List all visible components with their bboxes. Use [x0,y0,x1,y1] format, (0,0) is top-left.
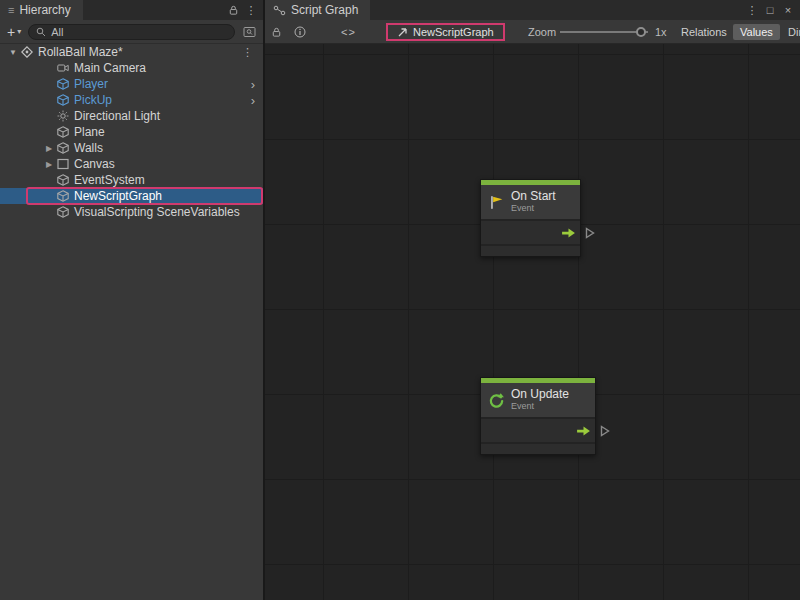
cube-icon [56,206,70,218]
hierarchy-panel: ≡ Hierarchy ⋮ + ▾ All ▼ [0,0,265,600]
hierarchy-item-label: VisualScripting SceneVariables [74,205,240,219]
graph-canvas[interactable]: On Start Event On Upda [265,44,800,600]
camera-icon [56,62,70,74]
graph-tab-strip: Script Graph ⋮ □ × [265,0,800,20]
unity-scene-icon [20,46,34,58]
node-texts: On Update Event [511,388,569,412]
hierarchy-item-label: Player [74,77,108,91]
hierarchy-item-label: Walls [74,141,103,155]
loop-icon [487,391,505,409]
node-header: On Update Event [481,383,595,419]
on-start-node[interactable]: On Start Event [480,179,581,257]
hamburger-icon: ≡ [8,4,14,16]
zoom-slider[interactable] [560,20,648,44]
expand-arrow-icon[interactable]: ▶ [42,144,56,153]
close-icon[interactable]: × [780,2,796,18]
flow-output-arrow-icon[interactable] [561,227,576,238]
light-icon [56,110,70,122]
canvas-icon [56,158,70,170]
hierarchy-item-walls[interactable]: ▶Walls [0,140,263,156]
values-button[interactable]: Values [733,24,780,40]
graph-name-highlight-box[interactable]: NewScriptGraph [386,23,505,41]
hierarchy-tab-strip: ≡ Hierarchy ⋮ [0,0,263,20]
on-update-node[interactable]: On Update Event [480,377,596,455]
scene-name: RollaBall Maze* [38,45,123,59]
graph-lock-icon[interactable] [271,20,282,44]
hierarchy-item-player[interactable]: Player› [0,76,263,92]
node-subtitle: Event [511,203,556,214]
prefab-open-chevron-icon[interactable]: › [251,77,263,92]
zoom-slider-track[interactable] [560,31,648,33]
node-texts: On Start Event [511,190,556,214]
hierarchy-item-plane[interactable]: Plane [0,124,263,140]
tab-script-graph[interactable]: Script Graph [265,0,370,20]
cube-icon [56,190,70,202]
graph-name-label: NewScriptGraph [413,26,494,38]
node-footer [481,444,595,454]
hierarchy-item-label: PickUp [74,93,112,107]
node-title: On Update [511,388,569,401]
cube-icon [56,142,70,154]
hierarchy-item-label: Directional Light [74,109,160,123]
output-port-icon[interactable] [585,227,595,239]
tab-hierarchy-label: Hierarchy [19,3,70,17]
script-graph-panel: Script Graph ⋮ □ × <> NewScriptGraph Zoo… [265,0,800,600]
relations-button[interactable]: Relations [674,24,734,40]
prefab-open-chevron-icon[interactable]: › [251,93,263,108]
maximize-icon[interactable]: □ [762,2,778,18]
hierarchy-item-eventsystem[interactable]: EventSystem [0,172,263,188]
hierarchy-item-main-camera[interactable]: Main Camera [0,60,263,76]
node-title: On Start [511,190,556,203]
search-input[interactable]: All [28,24,235,40]
output-port-icon[interactable] [600,425,610,437]
edit-graph-icon[interactable]: <> [341,20,356,44]
kebab-menu-icon[interactable]: ⋮ [243,2,259,18]
tab-script-graph-label: Script Graph [291,3,358,17]
cube-icon [56,126,70,138]
tab-hierarchy[interactable]: ≡ Hierarchy [0,0,83,20]
hierarchy-item-label: EventSystem [74,173,145,187]
prefab-cube-icon [56,94,70,106]
zoom-value: 1x [655,20,667,44]
flow-output-arrow-icon[interactable] [576,425,591,436]
cube-icon [56,174,70,186]
node-subtitle: Event [511,401,569,412]
expand-arrow-icon[interactable]: ▶ [42,160,56,169]
dropdown-caret-icon: ▾ [17,27,21,36]
hierarchy-item-directional-light[interactable]: Directional Light [0,108,263,124]
zoom-slider-thumb[interactable] [636,27,646,37]
graph-toolbar: <> NewScriptGraph Zoom 1x Relations Valu… [265,20,800,44]
add-label: + [7,24,15,40]
search-icon [36,27,46,37]
hierarchy-item-newscriptgraph[interactable]: NewScriptGraph [0,188,263,204]
lock-icon[interactable] [225,2,241,18]
node-header: On Start Event [481,185,580,221]
hierarchy-item-label: Canvas [74,157,115,171]
hierarchy-item-label: Plane [74,125,105,139]
hierarchy-tree: ▼ RollaBall Maze* ⋮ Main CameraPlayer›Pi… [0,44,263,220]
prefab-cube-icon [56,78,70,90]
hierarchy-item-label: NewScriptGraph [74,189,162,203]
graph-asset-icon [397,27,408,38]
hierarchy-item-label: Main Camera [74,61,146,75]
node-footer [481,246,580,256]
hierarchy-item-canvas[interactable]: ▶Canvas [0,156,263,172]
hierarchy-item-visualscripting-scenevariables[interactable]: VisualScripting SceneVariables [0,204,263,220]
scene-kebab-icon[interactable]: ⋮ [242,46,263,59]
disclosure-open-icon[interactable]: ▼ [6,48,20,57]
search-filter-label: All [51,26,63,38]
node-port-row [481,419,595,444]
info-icon[interactable] [294,20,306,44]
hierarchy-scene-row[interactable]: ▼ RollaBall Maze* ⋮ [0,44,263,60]
search-window-icon[interactable] [240,24,258,40]
hierarchy-toolbar: + ▾ All [0,20,263,44]
add-object-button[interactable]: + ▾ [5,24,23,40]
dim-button[interactable]: Dim [781,24,800,40]
script-graph-icon [273,5,286,16]
node-port-row [481,221,580,246]
zoom-label: Zoom [528,20,556,44]
window-menu-icon[interactable]: ⋮ [744,2,760,18]
flag-icon [487,193,505,211]
hierarchy-item-pickup[interactable]: PickUp› [0,92,263,108]
